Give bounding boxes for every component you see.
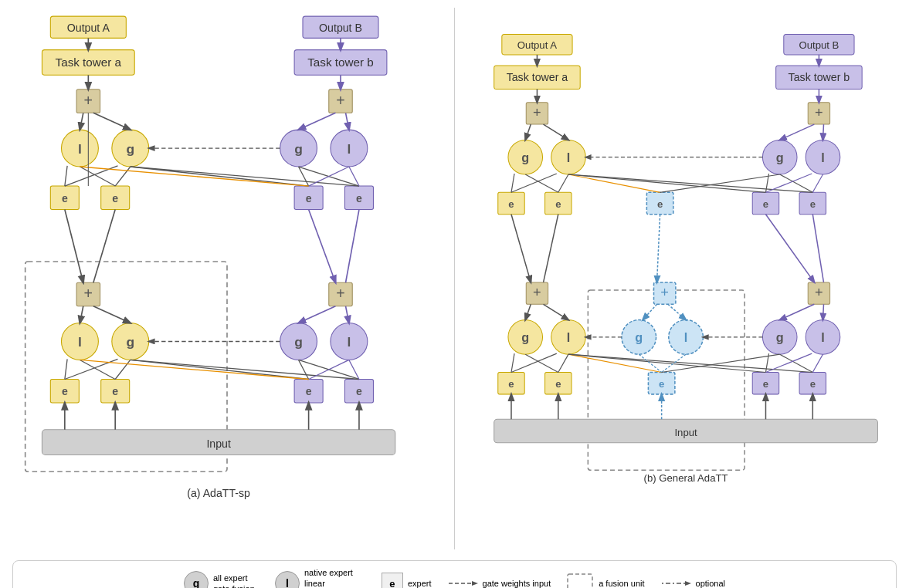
svg-line-64 bbox=[131, 167, 359, 186]
svg-line-196 bbox=[568, 354, 812, 372]
legend-fusion-label: a fusion unit bbox=[599, 579, 644, 588]
svg-text:e: e bbox=[508, 378, 514, 390]
svg-text:e: e bbox=[810, 198, 816, 210]
svg-line-202 bbox=[812, 354, 823, 372]
svg-line-90 bbox=[80, 360, 308, 379]
svg-text:e: e bbox=[555, 378, 561, 390]
svg-text:e: e bbox=[763, 378, 768, 390]
svg-text:l: l bbox=[78, 141, 82, 157]
svg-line-58 bbox=[346, 113, 349, 130]
svg-text:+: + bbox=[815, 104, 823, 120]
svg-text:e: e bbox=[763, 198, 768, 210]
svg-line-176 bbox=[812, 174, 823, 192]
svg-text:e: e bbox=[356, 192, 362, 204]
svg-text:Output A: Output A bbox=[67, 22, 110, 34]
svg-text:g: g bbox=[521, 150, 529, 164]
svg-line-200 bbox=[780, 354, 813, 372]
legend-row: g all expert gate fusion l native expert… bbox=[12, 560, 897, 588]
svg-line-164 bbox=[780, 124, 815, 140]
legend-item-optional: optional bbox=[660, 577, 726, 588]
svg-text:Input: Input bbox=[206, 438, 231, 450]
svg-text:e: e bbox=[659, 378, 664, 390]
svg-text:l: l bbox=[347, 334, 351, 350]
svg-line-177 bbox=[660, 174, 780, 192]
svg-text:l: l bbox=[78, 334, 82, 350]
svg-line-175 bbox=[765, 174, 812, 192]
svg-line-170 bbox=[568, 174, 660, 192]
svg-text:e: e bbox=[62, 385, 68, 397]
svg-line-183 bbox=[812, 215, 823, 282]
svg-text:Task tower a: Task tower a bbox=[507, 71, 568, 83]
svg-line-74 bbox=[309, 210, 336, 283]
legend-l-circle: l bbox=[275, 571, 300, 588]
legend-optional-arrow bbox=[660, 577, 691, 588]
svg-text:(b) General AdaTT: (b) General AdaTT bbox=[644, 472, 728, 484]
legend-gate-label: gate weights input bbox=[483, 578, 551, 588]
svg-line-194 bbox=[568, 354, 662, 372]
svg-text:e: e bbox=[112, 192, 118, 204]
diagrams-wrapper: Output A Output B Task tower a Task towe… bbox=[0, 0, 909, 557]
legend-l-label: native expert linearfusion bbox=[304, 567, 366, 588]
svg-text:g: g bbox=[776, 330, 784, 344]
svg-line-191 bbox=[525, 354, 558, 372]
svg-line-165 bbox=[823, 124, 823, 140]
svg-line-69 bbox=[80, 167, 308, 186]
svg-text:l: l bbox=[821, 150, 825, 164]
svg-line-85 bbox=[131, 360, 359, 379]
svg-text:+: + bbox=[336, 285, 344, 302]
svg-text:+: + bbox=[336, 92, 344, 109]
legend-item-l: l native expert linearfusion bbox=[275, 567, 366, 588]
svg-text:l: l bbox=[821, 330, 825, 344]
svg-line-166 bbox=[511, 174, 514, 192]
svg-text:+: + bbox=[815, 284, 823, 300]
svg-text:+: + bbox=[84, 92, 93, 109]
svg-text:g: g bbox=[294, 141, 303, 157]
svg-text:Output B: Output B bbox=[799, 39, 839, 51]
svg-text:l: l bbox=[684, 330, 688, 344]
svg-text:e: e bbox=[657, 198, 663, 210]
svg-text:e: e bbox=[306, 385, 312, 397]
svg-text:g: g bbox=[126, 141, 134, 157]
legend-item-gate: gate weights input bbox=[447, 577, 551, 588]
svg-line-182 bbox=[765, 215, 814, 282]
svg-text:l: l bbox=[347, 141, 351, 157]
svg-line-174 bbox=[780, 174, 813, 192]
svg-line-195 bbox=[568, 354, 765, 372]
svg-text:e: e bbox=[356, 385, 362, 397]
svg-line-163 bbox=[544, 124, 568, 140]
svg-line-190 bbox=[511, 353, 514, 372]
svg-line-162 bbox=[525, 124, 531, 140]
svg-text:Input: Input bbox=[674, 427, 697, 438]
diagram-general-adatt-svg: Output A Output B Task tower a Task towe… bbox=[455, 0, 909, 557]
legend-optional-label: optional bbox=[696, 579, 726, 588]
svg-text:g: g bbox=[521, 330, 529, 344]
svg-line-201 bbox=[765, 353, 812, 372]
svg-line-56 bbox=[93, 113, 131, 130]
svg-text:g: g bbox=[294, 334, 303, 350]
svg-line-168 bbox=[511, 174, 557, 192]
legend-e-label: expert bbox=[408, 579, 432, 588]
svg-line-193 bbox=[558, 354, 568, 372]
svg-text:+: + bbox=[84, 285, 93, 302]
svg-text:g: g bbox=[126, 334, 134, 350]
svg-text:e: e bbox=[810, 378, 816, 390]
svg-line-187 bbox=[668, 304, 686, 319]
svg-line-185 bbox=[544, 304, 568, 319]
svg-line-180 bbox=[544, 215, 558, 282]
svg-line-72 bbox=[65, 210, 83, 283]
diagram-general-adatt: Output A Output B Task tower a Task towe… bbox=[455, 0, 909, 557]
diagram-adatt-sp: Output A Output B Task tower a Task towe… bbox=[0, 0, 454, 557]
legend-g-circle: g bbox=[184, 571, 209, 588]
svg-text:g: g bbox=[635, 330, 643, 344]
svg-line-77 bbox=[93, 306, 131, 323]
svg-line-203 bbox=[662, 354, 780, 372]
legend-e-square: e bbox=[382, 573, 403, 588]
svg-text:e: e bbox=[306, 192, 312, 204]
svg-line-73 bbox=[93, 210, 115, 283]
svg-line-186 bbox=[643, 304, 656, 319]
svg-line-189 bbox=[823, 304, 823, 319]
svg-text:+: + bbox=[660, 284, 669, 300]
svg-line-78 bbox=[299, 306, 336, 323]
svg-line-84 bbox=[131, 360, 309, 379]
svg-text:Task tower a: Task tower a bbox=[56, 56, 122, 69]
